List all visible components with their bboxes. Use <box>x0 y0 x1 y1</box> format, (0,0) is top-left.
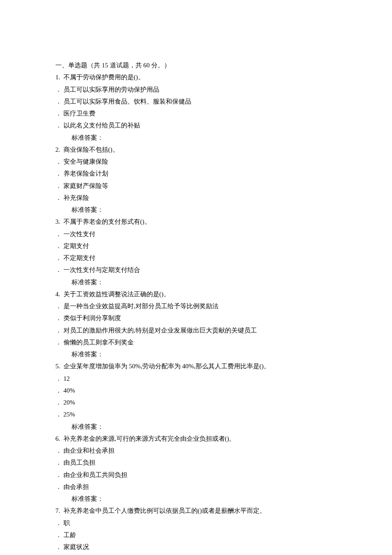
option: ． 安全与健康保险 <box>55 156 337 167</box>
question-number: 7. <box>55 507 60 514</box>
option: ． 由员工负担 <box>55 457 337 468</box>
option: ． 偷懒的员工则拿不到奖金 <box>55 337 337 348</box>
option: ． 由会承担 <box>55 481 337 492</box>
section-header: 一、单选题（共 15 道试题，共 60 分。） <box>55 60 337 71</box>
option: ． 12 <box>55 373 337 384</box>
question-stem: 2. 商业保险不包括()。 <box>55 144 337 155</box>
answer-label: 标准答案： <box>55 349 337 360</box>
question-number: 1. <box>55 74 60 81</box>
option: ． 一次性支付与定期支付结合 <box>55 264 337 275</box>
option: ． 养老保险金计划 <box>55 168 337 179</box>
question-number: 2. <box>55 146 60 153</box>
question-stem: 7. 补充养老金中员工个人缴费比例可以依据员工的()或者是薪酬水平而定。 <box>55 505 337 516</box>
question-number: 5. <box>55 363 60 370</box>
answer-label: 标准答案： <box>55 493 337 504</box>
question-stem: 3. 不属于养老金的支付形式有()。 <box>55 216 337 227</box>
answer-label: 标准答案： <box>55 132 337 143</box>
question-text: 企业某年度增加值率为 50%,劳动分配率为 40%,那么其人工费用比率是()。 <box>63 363 270 370</box>
option: ． 对员工的激励作用很大的,特别是对企业发展做出巨大贡献的关键员工 <box>55 325 337 336</box>
question-text: 不属于劳动保护费用的是()。 <box>63 74 144 81</box>
option: ． 由企业和员工共同负担 <box>55 469 337 480</box>
option: ． 工龄 <box>55 529 337 541</box>
question-text: 关于工资效益性调整说法正确的是()。 <box>63 291 170 298</box>
question-number: 6. <box>55 435 60 442</box>
option: ． 职 <box>55 517 337 529</box>
question-stem: 6. 补充养老金的来源,可行的来源方式有完全由企业负担或者()。 <box>55 433 337 444</box>
option: ． 家庭财产保险等 <box>55 180 337 191</box>
answer-label: 标准答案： <box>55 204 337 215</box>
option: ． 以此名义支付给员工的补贴 <box>55 120 337 131</box>
question-stem: 5. 企业某年度增加值率为 50%,劳动分配率为 40%,那么其人工费用比率是(… <box>55 361 337 372</box>
answer-label: 标准答案： <box>55 421 337 432</box>
option: ． 补充保险 <box>55 192 337 203</box>
option: ． 定期支付 <box>55 240 337 251</box>
option: ． 25% <box>55 409 337 420</box>
option: ． 由企业和社会承担 <box>55 445 337 456</box>
question-text: 补充养老金中员工个人缴费比例可以依据员工的()或者是薪酬水平而定。 <box>63 507 266 514</box>
option: ． 20% <box>55 397 337 408</box>
option: ． 家庭状况 <box>55 541 337 552</box>
option: ． 医疗卫生费 <box>55 108 337 119</box>
option: ． 员工可以实际享用食品、饮料、服装和保健品 <box>55 96 337 107</box>
question-number: 4. <box>55 291 60 298</box>
question-text: 不属于养老金的支付形式有()。 <box>63 218 151 225</box>
option: ． 不定期支付 <box>55 252 337 263</box>
question-text: 补充养老金的来源,可行的来源方式有完全由企业负担或者()。 <box>63 435 236 442</box>
option: ． 员工可以实际享用的劳动保护用品 <box>55 84 337 95</box>
option: ． 类似于利润分享制度 <box>55 312 337 324</box>
question-stem: 4. 关于工资效益性调整说法正确的是()。 <box>55 289 337 300</box>
option: ． 一次性支付 <box>55 228 337 240</box>
answer-label: 标准答案： <box>55 277 337 288</box>
option: ． 是一种当企业效益提高时,对部分员工给予等比例奖励法 <box>55 301 337 312</box>
question-text: 商业保险不包括()。 <box>63 146 119 153</box>
option: ． 40% <box>55 385 337 396</box>
document-page: 一、单选题（共 15 道试题，共 60 分。） 1. 不属于劳动保护费用的是()… <box>0 0 392 555</box>
option: ． 技术等级 <box>55 553 337 555</box>
question-number: 3. <box>55 218 60 225</box>
question-stem: 1. 不属于劳动保护费用的是()。 <box>55 72 337 83</box>
